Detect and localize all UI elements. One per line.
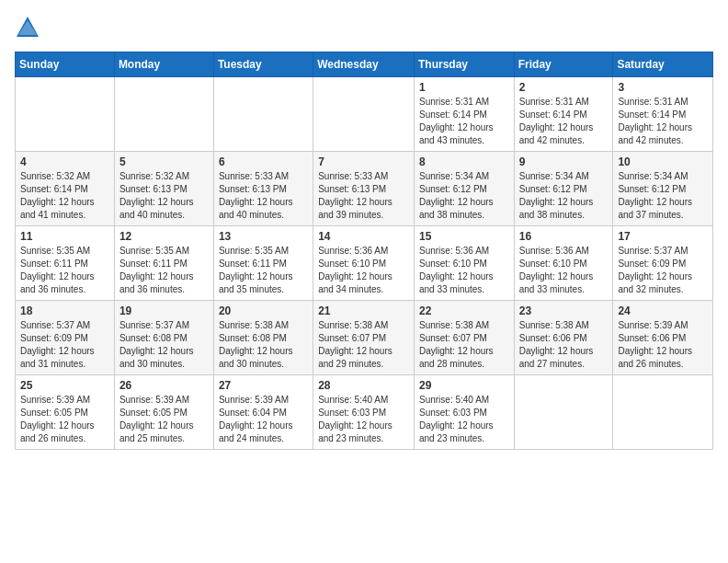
calendar-cell — [213, 77, 313, 152]
calendar-cell: 14Sunrise: 5:36 AM Sunset: 6:10 PM Dayli… — [313, 226, 415, 301]
calendar-week-row: 11Sunrise: 5:35 AM Sunset: 6:11 PM Dayli… — [16, 226, 713, 301]
day-header-monday: Monday — [114, 52, 213, 77]
day-info: Sunrise: 5:36 AM Sunset: 6:10 PM Dayligh… — [318, 245, 409, 296]
calendar-cell — [613, 375, 713, 450]
day-info: Sunrise: 5:37 AM Sunset: 6:09 PM Dayligh… — [20, 319, 109, 371]
day-info: Sunrise: 5:37 AM Sunset: 6:08 PM Dayligh… — [119, 319, 209, 371]
day-info: Sunrise: 5:40 AM Sunset: 6:03 PM Dayligh… — [419, 394, 509, 445]
day-number: 26 — [119, 379, 209, 392]
day-number: 8 — [419, 155, 509, 168]
day-info: Sunrise: 5:32 AM Sunset: 6:14 PM Dayligh… — [20, 170, 109, 222]
calendar-cell: 21Sunrise: 5:38 AM Sunset: 6:07 PM Dayli… — [313, 301, 415, 375]
day-number: 4 — [20, 155, 109, 168]
page-header — [15, 15, 713, 40]
day-info: Sunrise: 5:31 AM Sunset: 6:14 PM Dayligh… — [419, 96, 509, 147]
day-info: Sunrise: 5:39 AM Sunset: 6:06 PM Dayligh… — [618, 319, 708, 371]
calendar-header-row: SundayMondayTuesdayWednesdayThursdayFrid… — [16, 52, 713, 77]
calendar-week-row: 25Sunrise: 5:39 AM Sunset: 6:05 PM Dayli… — [16, 375, 713, 450]
calendar-cell: 8Sunrise: 5:34 AM Sunset: 6:12 PM Daylig… — [414, 152, 514, 226]
day-info: Sunrise: 5:33 AM Sunset: 6:13 PM Dayligh… — [318, 170, 409, 222]
day-header-thursday: Thursday — [414, 52, 514, 77]
day-info: Sunrise: 5:31 AM Sunset: 6:14 PM Dayligh… — [519, 96, 609, 147]
calendar-cell: 6Sunrise: 5:33 AM Sunset: 6:13 PM Daylig… — [213, 152, 313, 226]
day-number: 29 — [419, 379, 509, 392]
day-info: Sunrise: 5:33 AM Sunset: 6:13 PM Dayligh… — [219, 170, 308, 222]
day-number: 21 — [318, 304, 409, 317]
day-info: Sunrise: 5:35 AM Sunset: 6:11 PM Dayligh… — [219, 245, 308, 296]
calendar-cell: 12Sunrise: 5:35 AM Sunset: 6:11 PM Dayli… — [114, 226, 213, 301]
day-info: Sunrise: 5:32 AM Sunset: 6:13 PM Dayligh… — [119, 170, 209, 222]
day-number: 12 — [119, 230, 209, 243]
day-info: Sunrise: 5:36 AM Sunset: 6:10 PM Dayligh… — [519, 245, 609, 296]
calendar-cell: 1Sunrise: 5:31 AM Sunset: 6:14 PM Daylig… — [414, 77, 514, 152]
day-number: 24 — [618, 304, 708, 317]
day-info: Sunrise: 5:39 AM Sunset: 6:04 PM Dayligh… — [219, 394, 308, 445]
day-info: Sunrise: 5:39 AM Sunset: 6:05 PM Dayligh… — [119, 394, 209, 445]
calendar-cell: 9Sunrise: 5:34 AM Sunset: 6:12 PM Daylig… — [514, 152, 613, 226]
day-number: 11 — [20, 230, 109, 243]
calendar-cell: 22Sunrise: 5:38 AM Sunset: 6:07 PM Dayli… — [414, 301, 514, 375]
calendar-cell: 16Sunrise: 5:36 AM Sunset: 6:10 PM Dayli… — [514, 226, 613, 301]
day-info: Sunrise: 5:34 AM Sunset: 6:12 PM Dayligh… — [618, 170, 708, 222]
day-info: Sunrise: 5:31 AM Sunset: 6:14 PM Dayligh… — [618, 96, 708, 147]
day-number: 27 — [219, 379, 308, 392]
calendar-cell: 7Sunrise: 5:33 AM Sunset: 6:13 PM Daylig… — [313, 152, 415, 226]
day-number: 7 — [318, 155, 409, 168]
day-info: Sunrise: 5:35 AM Sunset: 6:11 PM Dayligh… — [20, 245, 109, 296]
day-number: 17 — [618, 230, 708, 243]
day-header-sunday: Sunday — [16, 52, 115, 77]
day-number: 1 — [419, 81, 509, 94]
calendar-cell: 19Sunrise: 5:37 AM Sunset: 6:08 PM Dayli… — [114, 301, 213, 375]
calendar-cell: 20Sunrise: 5:38 AM Sunset: 6:08 PM Dayli… — [213, 301, 313, 375]
calendar-cell: 25Sunrise: 5:39 AM Sunset: 6:05 PM Dayli… — [16, 375, 115, 450]
calendar-cell — [16, 77, 115, 152]
day-number: 19 — [119, 304, 209, 317]
day-number: 25 — [20, 379, 109, 392]
calendar-cell: 3Sunrise: 5:31 AM Sunset: 6:14 PM Daylig… — [613, 77, 713, 152]
calendar-cell — [114, 77, 213, 152]
calendar-cell: 11Sunrise: 5:35 AM Sunset: 6:11 PM Dayli… — [16, 226, 115, 301]
day-number: 2 — [519, 81, 609, 94]
calendar-week-row: 1Sunrise: 5:31 AM Sunset: 6:14 PM Daylig… — [16, 77, 713, 152]
logo — [15, 15, 44, 40]
calendar-cell: 28Sunrise: 5:40 AM Sunset: 6:03 PM Dayli… — [313, 375, 415, 450]
day-number: 9 — [519, 155, 609, 168]
day-info: Sunrise: 5:39 AM Sunset: 6:05 PM Dayligh… — [20, 394, 109, 445]
calendar-table: SundayMondayTuesdayWednesdayThursdayFrid… — [15, 52, 713, 450]
logo-icon — [15, 15, 40, 40]
day-number: 5 — [119, 155, 209, 168]
day-number: 20 — [219, 304, 308, 317]
calendar-cell: 13Sunrise: 5:35 AM Sunset: 6:11 PM Dayli… — [213, 226, 313, 301]
calendar-cell: 24Sunrise: 5:39 AM Sunset: 6:06 PM Dayli… — [613, 301, 713, 375]
day-info: Sunrise: 5:38 AM Sunset: 6:07 PM Dayligh… — [318, 319, 409, 371]
day-number: 18 — [20, 304, 109, 317]
calendar-cell: 4Sunrise: 5:32 AM Sunset: 6:14 PM Daylig… — [16, 152, 115, 226]
svg-marker-1 — [18, 20, 37, 35]
calendar-cell: 18Sunrise: 5:37 AM Sunset: 6:09 PM Dayli… — [16, 301, 115, 375]
calendar-cell: 5Sunrise: 5:32 AM Sunset: 6:13 PM Daylig… — [114, 152, 213, 226]
calendar-cell: 27Sunrise: 5:39 AM Sunset: 6:04 PM Dayli… — [213, 375, 313, 450]
day-number: 10 — [618, 155, 708, 168]
day-info: Sunrise: 5:38 AM Sunset: 6:07 PM Dayligh… — [419, 319, 509, 371]
day-info: Sunrise: 5:37 AM Sunset: 6:09 PM Dayligh… — [618, 245, 708, 296]
calendar-cell: 10Sunrise: 5:34 AM Sunset: 6:12 PM Dayli… — [613, 152, 713, 226]
day-info: Sunrise: 5:34 AM Sunset: 6:12 PM Dayligh… — [519, 170, 609, 222]
day-number: 13 — [219, 230, 308, 243]
day-info: Sunrise: 5:40 AM Sunset: 6:03 PM Dayligh… — [318, 394, 409, 445]
calendar-cell: 29Sunrise: 5:40 AM Sunset: 6:03 PM Dayli… — [414, 375, 514, 450]
calendar-week-row: 18Sunrise: 5:37 AM Sunset: 6:09 PM Dayli… — [16, 301, 713, 375]
day-header-saturday: Saturday — [613, 52, 713, 77]
calendar-week-row: 4Sunrise: 5:32 AM Sunset: 6:14 PM Daylig… — [16, 152, 713, 226]
calendar-cell: 23Sunrise: 5:38 AM Sunset: 6:06 PM Dayli… — [514, 301, 613, 375]
day-header-wednesday: Wednesday — [313, 52, 415, 77]
day-number: 22 — [419, 304, 509, 317]
day-info: Sunrise: 5:36 AM Sunset: 6:10 PM Dayligh… — [419, 245, 509, 296]
day-info: Sunrise: 5:34 AM Sunset: 6:12 PM Dayligh… — [419, 170, 509, 222]
calendar-cell: 26Sunrise: 5:39 AM Sunset: 6:05 PM Dayli… — [114, 375, 213, 450]
day-header-friday: Friday — [514, 52, 613, 77]
day-number: 14 — [318, 230, 409, 243]
calendar-cell: 17Sunrise: 5:37 AM Sunset: 6:09 PM Dayli… — [613, 226, 713, 301]
day-number: 16 — [519, 230, 609, 243]
day-number: 23 — [519, 304, 609, 317]
calendar-cell — [514, 375, 613, 450]
